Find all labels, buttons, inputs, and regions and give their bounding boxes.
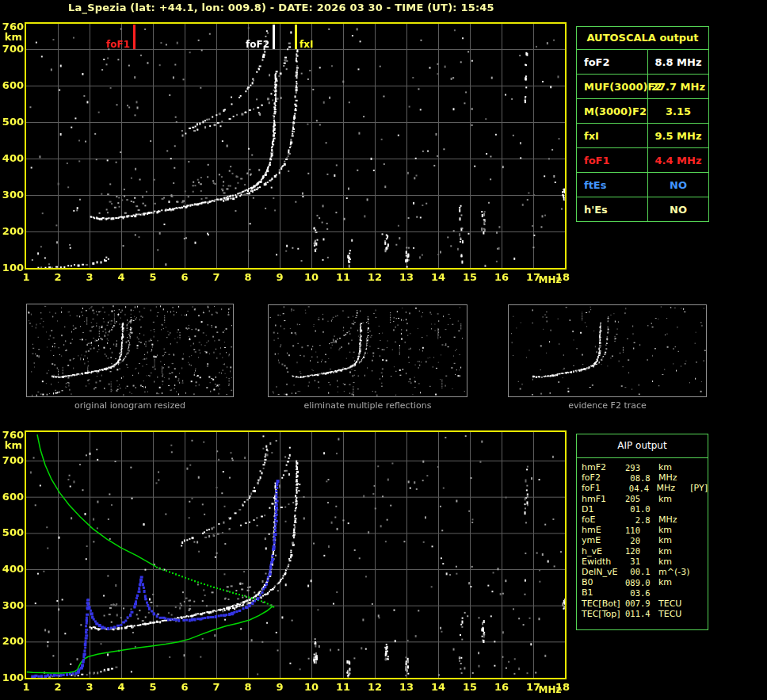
aip-row: hmF2293 km bbox=[582, 462, 708, 472]
aip-row: DelN_vE 00.1m^(-3) bbox=[582, 567, 708, 577]
autoscala-row: M(3000)F23.15 bbox=[577, 99, 708, 124]
aip-row-label: D1 bbox=[582, 504, 625, 514]
aip-row-label: TEC[Bot] bbox=[582, 599, 625, 609]
autoscala-row: h'EsNO bbox=[577, 197, 708, 221]
aip-rows: hmF2293 kmfoF2 08.8MHzfoF1 04.4MHz[PY]hm… bbox=[577, 458, 708, 619]
aip-row-value: 01.0 bbox=[625, 504, 654, 514]
aip-row: TEC[Bot]007.9TECU bbox=[582, 598, 708, 608]
aip-row-value: 007.9 bbox=[625, 599, 654, 608]
autoscala-table-title: AUTOSCALA output bbox=[577, 27, 708, 50]
aip-row: h_vE120 km bbox=[582, 546, 708, 557]
aip-row-unit: TECU bbox=[654, 609, 693, 619]
aip-row-label: hmF2 bbox=[582, 462, 625, 472]
aip-row-label: foF1 bbox=[582, 483, 624, 493]
aip-row-label: B0 bbox=[582, 577, 625, 587]
aip-row-value: 089.0 bbox=[625, 578, 654, 587]
thumbnail-caption-reflections: eliminate multiple reflections bbox=[268, 400, 467, 411]
autoscala-row-value: 27.7 MHz bbox=[648, 75, 708, 98]
aip-row: TEC[Top]011.4TECU bbox=[582, 609, 708, 619]
aip-row-label: ymE bbox=[582, 535, 625, 545]
aip-row-value: 011.4 bbox=[625, 609, 654, 618]
aip-row: hmF1205 km bbox=[582, 494, 708, 504]
aip-row-label: foF2 bbox=[582, 472, 625, 483]
autoscala-row-label: fxI bbox=[577, 124, 648, 147]
aip-row: D1 01.0 bbox=[582, 504, 708, 514]
aip-row-label: h_vE bbox=[582, 546, 625, 557]
aip-row: B1 03.6 bbox=[582, 587, 708, 598]
aip-row-unit: MHz bbox=[654, 472, 693, 483]
autoscala-row-value: 4.4 MHz bbox=[648, 148, 708, 172]
autoscala-row-label: M(3000)F2 bbox=[577, 99, 648, 123]
aip-row-value: 293 bbox=[625, 463, 654, 472]
aip-row-unit: MHz bbox=[652, 483, 691, 493]
autoscala-row-value: 8.8 MHz bbox=[648, 50, 708, 74]
aip-row-value: 31 bbox=[625, 557, 654, 566]
aip-table: AIP output hmF2293 kmfoF2 08.8MHzfoF1 04… bbox=[576, 434, 708, 630]
page-title: La_Spezia (lat: +44.1, lon: 009.8) - DAT… bbox=[68, 2, 494, 13]
aip-row-unit: m^(-3) bbox=[654, 567, 693, 577]
aip-row-label: B1 bbox=[582, 587, 625, 598]
aip-row-label: TEC[Top] bbox=[582, 609, 625, 619]
aip-row-value: 205 bbox=[625, 494, 654, 503]
aip-row-value: 120 bbox=[625, 546, 654, 556]
aip-row-label: hmF1 bbox=[582, 494, 625, 504]
autoscala-row: ftEsNO bbox=[577, 173, 708, 197]
aip-row-value: 00.1 bbox=[625, 567, 654, 576]
aip-row-unit: TECU bbox=[654, 599, 693, 609]
aip-row: B0089.0km bbox=[582, 577, 708, 587]
aip-row-unit: km bbox=[654, 494, 693, 504]
aip-row-label: DelN_vE bbox=[582, 567, 625, 577]
autoscala-table: AUTOSCALA output foF28.8 MHzMUF(3000)F22… bbox=[576, 26, 709, 222]
aip-table-title: AIP output bbox=[577, 434, 708, 458]
autoscala-row-value: NO bbox=[648, 197, 708, 221]
aip-row-label: Ewidth bbox=[582, 557, 625, 567]
autoscala-row: fxI9.5 MHz bbox=[577, 124, 708, 148]
aip-row-unit: km bbox=[654, 577, 693, 587]
aip-row-unit: km bbox=[654, 535, 693, 545]
autoscala-row-label: MUF(3000)F2 bbox=[577, 75, 648, 98]
autoscala-rows: foF28.8 MHzMUF(3000)F227.7 MHzM(3000)F23… bbox=[577, 50, 708, 221]
aip-row-unit: km bbox=[654, 525, 693, 535]
autoscala-row-label: foF1 bbox=[577, 148, 648, 172]
autoscala-row-label: h'Es bbox=[577, 197, 648, 221]
aip-row-value: 03.6 bbox=[625, 588, 654, 598]
autoscala-row: foF14.4 MHz bbox=[577, 148, 708, 173]
aip-row-note: [PY] bbox=[690, 483, 708, 493]
aip-row: ymE 20 km bbox=[582, 535, 708, 545]
aip-row-label: foE bbox=[582, 514, 625, 525]
aip-row-unit: km bbox=[654, 462, 693, 472]
aip-row: foE 2.8MHz bbox=[582, 514, 708, 525]
aip-row-unit: km bbox=[654, 557, 693, 567]
thumbnail-caption-original: original ionogram resized bbox=[26, 400, 234, 411]
autoscala-row-value: 9.5 MHz bbox=[648, 124, 708, 147]
aip-row-value: 04.4 bbox=[624, 484, 651, 493]
autoscala-window: La_Spezia (lat: +44.1, lon: 009.8) - DAT… bbox=[0, 0, 767, 700]
aip-row-value: 20 bbox=[625, 536, 654, 545]
aip-row-value: 08.8 bbox=[625, 473, 654, 483]
aip-row-value: 2.8 bbox=[625, 515, 654, 525]
aip-row: foF2 08.8MHz bbox=[582, 472, 708, 483]
aip-row-unit: MHz bbox=[654, 514, 693, 525]
autoscala-row-label: foF2 bbox=[577, 50, 648, 74]
aip-row-label: hmE bbox=[582, 525, 625, 535]
autoscala-row-value: NO bbox=[648, 173, 708, 197]
aip-row: Ewidth 31 km bbox=[582, 557, 708, 567]
aip-row: hmE110 km bbox=[582, 525, 708, 535]
autoscala-row-value: 3.15 bbox=[648, 99, 708, 123]
autoscala-row-label: ftEs bbox=[577, 173, 648, 197]
thumbnail-caption-f2trace: evidence F2 trace bbox=[508, 400, 707, 411]
autoscala-row: foF28.8 MHz bbox=[577, 50, 708, 75]
autoscala-row: MUF(3000)F227.7 MHz bbox=[577, 75, 708, 99]
aip-row: foF1 04.4MHz[PY] bbox=[582, 483, 708, 493]
aip-row-unit: km bbox=[654, 546, 693, 557]
aip-row-value: 110 bbox=[625, 526, 654, 535]
